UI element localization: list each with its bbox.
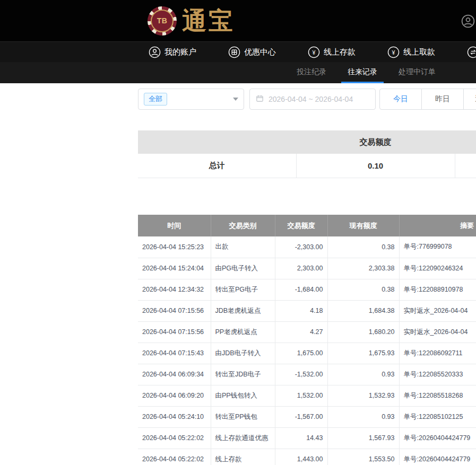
nav-item-label: 线上取款 bbox=[403, 47, 435, 57]
col-header-type: 交易类别 bbox=[211, 215, 275, 236]
cell-time: 2026-04-04 05:22:02 bbox=[138, 449, 211, 465]
table-row: 2026-04-04 12:34:32 转出至PG电子 -1,684.00 0.… bbox=[138, 279, 476, 300]
nav-item-label: 我的账户 bbox=[165, 47, 196, 57]
withdraw-icon: ¥ bbox=[387, 46, 400, 58]
records-header-row: 时间 交易类别 交易额度 现有额度 摘要 bbox=[138, 215, 476, 236]
summary-total-row: 总计 0.10 bbox=[138, 154, 476, 178]
cell-type: PP老虎机返点 bbox=[211, 321, 275, 343]
nav-item-label: 线上存款 bbox=[324, 47, 356, 57]
cell-amount: -1,684.00 bbox=[275, 279, 327, 300]
date-range-value: 2026-04-04 ~ 2026-04-04 bbox=[269, 95, 353, 103]
cell-time: 2026-04-04 06:09:34 bbox=[138, 364, 211, 385]
brand-name: 通宝 bbox=[182, 8, 235, 33]
cell-amount: 4.27 bbox=[275, 321, 327, 343]
nav-item-label: 优惠中心 bbox=[244, 47, 276, 57]
cell-amount: 2,303.00 bbox=[275, 258, 327, 279]
cell-balance: 0.93 bbox=[327, 364, 399, 385]
quick-range-group: 今日 昨日 近7日 bbox=[379, 89, 476, 110]
col-header-time: 时间 bbox=[138, 215, 211, 236]
yesterday-button[interactable]: 昨日 bbox=[421, 89, 464, 110]
summary-total-value: 0.10 bbox=[296, 154, 455, 178]
cell-time: 2026-04-04 07:15:56 bbox=[138, 300, 211, 321]
main-nav: 我的账户 优惠中心 ¥ 线上存款 bbox=[0, 41, 476, 62]
cell-summary: 单号:122086092711 bbox=[399, 343, 476, 364]
cell-balance: 1,553.50 bbox=[327, 449, 399, 465]
page: TB 通宝 我的账户 bbox=[0, 0, 476, 465]
cell-time: 2026-04-04 15:24:04 bbox=[138, 258, 211, 279]
transfer-icon bbox=[467, 46, 476, 58]
cell-amount: -2,303.00 bbox=[275, 236, 327, 258]
cell-time: 2026-04-04 07:15:43 bbox=[138, 343, 211, 364]
nav-item-my-account[interactable]: 我的账户 bbox=[149, 46, 196, 58]
cell-type: 线上存款 bbox=[211, 449, 275, 465]
logo-chip-icon: TB bbox=[148, 6, 177, 36]
cell-amount: 14.43 bbox=[275, 427, 327, 449]
col-header-amount: 交易额度 bbox=[275, 215, 327, 236]
calendar-icon bbox=[255, 94, 264, 105]
cell-amount: 1,443.00 bbox=[275, 449, 327, 465]
cell-balance: 0.38 bbox=[327, 279, 399, 300]
summary-table: 交易额度 总计 0.10 bbox=[138, 130, 476, 178]
cell-summary: 单号:122085102125 bbox=[399, 406, 476, 427]
cell-amount: -1,532.00 bbox=[275, 364, 327, 385]
deposit-icon: ¥ bbox=[308, 46, 320, 58]
summary-header-amount: 交易额度 bbox=[296, 130, 455, 154]
chevron-down-icon bbox=[233, 98, 238, 101]
nav-item-promotions[interactable]: 优惠中心 bbox=[228, 46, 276, 58]
cell-summary: 单号:122090246324 bbox=[399, 258, 476, 279]
cell-time: 2026-04-04 05:22:02 bbox=[138, 427, 211, 449]
logo-chip-badge: TB bbox=[151, 10, 174, 32]
last-7-days-button[interactable]: 近7日 bbox=[463, 89, 476, 110]
cell-amount: 1,675.00 bbox=[275, 343, 327, 364]
tab-processing-orders[interactable]: 处理中订单 bbox=[392, 62, 442, 83]
cell-amount: -1,567.00 bbox=[275, 406, 327, 427]
cell-summary: 单号:122085520333 bbox=[399, 364, 476, 385]
cell-time: 2026-04-04 05:24:10 bbox=[138, 406, 211, 427]
cell-balance: 1,684.38 bbox=[327, 300, 399, 321]
cell-type: 由JDB电子转入 bbox=[211, 343, 275, 364]
col-header-balance: 现有额度 bbox=[327, 215, 399, 236]
cell-balance: 0.38 bbox=[327, 236, 399, 258]
svg-text:¥: ¥ bbox=[312, 49, 316, 55]
nav-item-transfer[interactable] bbox=[467, 46, 476, 58]
cell-type: 转出至PP钱包 bbox=[211, 406, 275, 427]
table-row: 2026-04-04 05:24:10 转出至PP钱包 -1,567.00 0.… bbox=[138, 406, 476, 427]
tab-bet-records[interactable]: 投注纪录 bbox=[290, 62, 333, 83]
cell-type: 线上存款通道优惠 bbox=[211, 427, 275, 449]
cell-type: JDB老虎机返点 bbox=[211, 300, 275, 321]
cell-summary: 实时返水_2026-04-04 bbox=[399, 300, 476, 321]
date-range-input[interactable]: 2026-04-04 ~ 2026-04-04 bbox=[249, 89, 376, 110]
table-row: 2026-04-04 05:22:02 线上存款通道优惠 14.43 1,567… bbox=[138, 427, 476, 449]
filter-bar: 全部 2026-04-04 ~ 2026-04-04 今日 昨日 近7日 bbox=[138, 89, 476, 110]
nav-item-withdraw[interactable]: ¥ 线上取款 bbox=[387, 46, 435, 58]
cell-summary: 单号:776999078 bbox=[399, 236, 476, 258]
svg-text:¥: ¥ bbox=[392, 49, 395, 55]
cell-summary: 单号:20260404424779 bbox=[399, 427, 476, 449]
cell-summary: 实时返水_2026-04-04 bbox=[399, 321, 476, 343]
table-row: 2026-04-04 07:15:56 JDB老虎机返点 4.18 1,684.… bbox=[138, 300, 476, 321]
summary-header-row: 交易额度 bbox=[138, 130, 476, 154]
summary-total-label: 总计 bbox=[138, 154, 296, 178]
table-row: 2026-04-04 07:15:43 由JDB电子转入 1,675.00 1,… bbox=[138, 343, 476, 364]
cell-amount: 4.18 bbox=[275, 300, 327, 321]
brand-logo[interactable]: TB 通宝 bbox=[148, 5, 235, 36]
cell-amount: 1,532.00 bbox=[275, 385, 327, 406]
account-avatar-icon[interactable] bbox=[461, 14, 475, 28]
user-icon bbox=[149, 46, 161, 58]
cell-balance: 1,567.93 bbox=[327, 427, 399, 449]
table-row: 2026-04-04 07:15:56 PP老虎机返点 4.27 1,680.2… bbox=[138, 321, 476, 343]
today-button[interactable]: 今日 bbox=[379, 89, 422, 110]
tab-transaction-records[interactable]: 往来记录 bbox=[341, 62, 384, 83]
cell-balance: 1,532.93 bbox=[327, 385, 399, 406]
summary-header-blank bbox=[138, 130, 296, 154]
cell-summary: 单号:20260404424779 bbox=[399, 449, 476, 465]
table-row: 2026-04-04 15:25:23 出款 -2,303.00 0.38 单号… bbox=[138, 236, 476, 258]
table-row: 2026-04-04 06:09:20 由PP钱包转入 1,532.00 1,5… bbox=[138, 385, 476, 406]
cell-summary: 单号:122088910978 bbox=[399, 279, 476, 300]
cell-time: 2026-04-04 07:15:56 bbox=[138, 321, 211, 343]
records-table: 时间 交易类别 交易额度 现有额度 摘要 2026-04-04 15:25:23… bbox=[138, 215, 476, 465]
nav-item-deposit[interactable]: ¥ 线上存款 bbox=[308, 46, 356, 58]
top-bar: TB 通宝 bbox=[0, 0, 476, 41]
transaction-type-select[interactable]: 全部 bbox=[138, 89, 244, 110]
records-tab-bar: 投注纪录 往来记录 处理中订单 bbox=[0, 62, 476, 83]
